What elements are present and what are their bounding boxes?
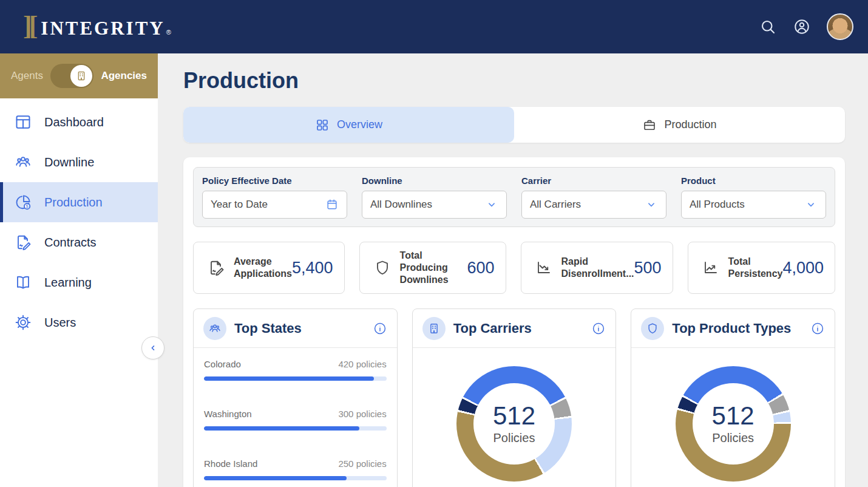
card-title: Top States — [234, 321, 373, 336]
search-icon[interactable] — [759, 18, 777, 36]
filter-panel: Policy Effective Date Year to Date Downl… — [193, 167, 835, 227]
agents-agencies-toggle[interactable] — [50, 64, 93, 88]
product-select[interactable]: All Products — [681, 191, 826, 219]
progress-bar — [204, 426, 387, 431]
sidebar-item-learning[interactable]: Learning — [0, 262, 158, 302]
dashboard-icon — [14, 113, 32, 131]
sidebar-item-contracts[interactable]: Contracts — [0, 222, 158, 262]
production-pie-icon: $ — [14, 193, 32, 211]
card-title: Top Carriers — [453, 321, 592, 336]
donut-center-label: Policies — [493, 431, 535, 445]
filter-policy-effective-date: Policy Effective Date Year to Date — [202, 175, 347, 219]
top-states-header: Top States — [194, 309, 397, 348]
stat-card-total-producing-downlines: Total Producing Downlines 600 — [359, 242, 506, 294]
stat-label: Average Applications — [234, 256, 292, 280]
state-policy-count: 250 policies — [338, 458, 386, 469]
tab-label: Overview — [337, 118, 382, 131]
tab-overview[interactable]: Overview — [183, 107, 514, 143]
stat-value: 600 — [467, 259, 494, 278]
filter-label: Downline — [362, 175, 507, 186]
stat-value: 4,000 — [782, 259, 824, 278]
trend-up-icon — [702, 259, 720, 277]
donut-center-value: 512 — [712, 403, 754, 429]
toggle-knob — [70, 65, 92, 87]
application-doc-icon — [207, 259, 225, 277]
donut-chart: 512 Policies — [676, 366, 791, 482]
registered-mark: ® — [166, 29, 171, 36]
carrier-select[interactable]: All Carriers — [521, 191, 666, 219]
state-name: Colorado — [204, 359, 241, 369]
filter-label: Product — [681, 175, 826, 186]
stat-card-total-persistency: Total Persistency 4,000 — [688, 242, 835, 294]
calendar-icon — [325, 198, 339, 211]
shield-icon — [373, 259, 392, 277]
sidebar-item-downline[interactable]: Downline — [0, 142, 158, 182]
building-icon — [422, 317, 446, 340]
filter-carrier: Carrier All Carriers — [521, 175, 666, 219]
logo-text: INTEGRITY — [41, 18, 164, 39]
downline-select[interactable]: All Downlines — [362, 191, 507, 219]
progress-bar — [204, 476, 387, 480]
filter-product: Product All Products — [681, 175, 826, 219]
stat-value: 5,400 — [292, 259, 333, 278]
progress-bar — [204, 376, 387, 381]
state-name: Rhode Island — [204, 458, 257, 469]
stat-value: 500 — [634, 259, 662, 278]
top-states-list: Colorado 420 policies Washington 300 pol… — [194, 348, 397, 480]
top-carriers-card: Top Carriers 512 Policies — [412, 308, 617, 487]
filter-value: Year to Date — [211, 199, 268, 211]
sidebar: Agents Agencies Dashboard — [0, 53, 158, 487]
stat-label: Rapid Disenrollment... — [561, 256, 634, 280]
stat-label: Total Producing Downlines — [400, 250, 467, 286]
sidebar-item-production[interactable]: $ Production — [0, 182, 158, 222]
sidebar-item-label: Dashboard — [44, 115, 104, 129]
sidebar-nav: Dashboard Downline $ Production — [0, 98, 158, 342]
logo-mark-icon: ][ — [23, 14, 35, 38]
agents-label[interactable]: Agents — [11, 70, 43, 82]
account-icon[interactable] — [793, 18, 811, 36]
stat-card-rapid-disenrollment: Rapid Disenrollment... 500 — [521, 242, 673, 294]
info-icon[interactable] — [591, 321, 606, 336]
chevron-down-icon — [645, 198, 658, 211]
contract-pencil-icon — [14, 233, 32, 251]
sidebar-item-label: Learning — [44, 276, 92, 290]
sidebar-item-label: Downline — [44, 155, 94, 169]
list-item: Colorado 420 policies — [204, 359, 387, 381]
production-overview-panel: Policy Effective Date Year to Date Downl… — [183, 157, 845, 487]
top-states-card: Top States Colorado 420 policies — [193, 308, 398, 487]
user-avatar[interactable] — [827, 13, 853, 40]
briefcase-icon — [642, 118, 657, 132]
filter-label: Policy Effective Date — [202, 175, 347, 186]
filter-downline: Downline All Downlines — [362, 175, 507, 219]
sidebar-item-dashboard[interactable]: Dashboard — [0, 102, 158, 142]
view-tabs: Overview Production — [183, 107, 845, 143]
book-icon — [14, 273, 32, 291]
filter-value: All Products — [690, 199, 745, 211]
main-content: Production Overview Production Policy Ef… — [158, 53, 868, 487]
sidebar-collapse-button[interactable] — [141, 336, 164, 359]
analytics-cards-row: Top States Colorado 420 policies — [193, 308, 835, 487]
list-item: Washington 300 policies — [204, 409, 387, 431]
app-header: ][ INTEGRITY ® — [0, 0, 868, 53]
stat-label: Total Persistency — [728, 256, 783, 280]
state-policy-count: 420 policies — [338, 359, 386, 369]
date-range-input[interactable]: Year to Date — [202, 191, 347, 219]
tab-production[interactable]: Production — [514, 107, 845, 143]
page-title: Production — [183, 68, 845, 94]
agents-agencies-toggle-bar: Agents Agencies — [0, 53, 158, 98]
agencies-label[interactable]: Agencies — [101, 70, 147, 82]
trend-down-icon — [535, 259, 553, 277]
sidebar-item-label: Users — [44, 316, 76, 330]
stats-row: Average Applications 5,400 Total Produci… — [193, 242, 835, 294]
sidebar-item-users[interactable]: Users — [0, 302, 158, 342]
donut-center-value: 512 — [493, 403, 535, 429]
chevron-down-icon — [804, 198, 818, 211]
filter-label: Carrier — [521, 175, 666, 186]
shield-icon — [641, 317, 664, 340]
state-policy-count: 300 policies — [338, 409, 386, 419]
list-item: Rhode Island 250 policies — [204, 458, 387, 480]
info-icon[interactable] — [810, 321, 825, 336]
people-icon — [203, 317, 226, 340]
sidebar-item-label: Production — [44, 196, 103, 209]
info-icon[interactable] — [373, 321, 387, 336]
